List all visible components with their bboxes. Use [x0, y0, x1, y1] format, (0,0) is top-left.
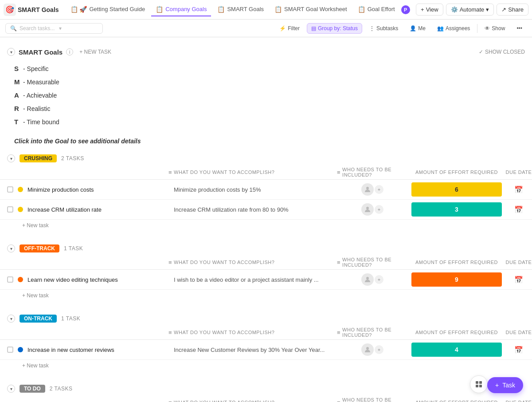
date-cell-2-0: 📅: [505, 346, 532, 354]
table-header-todo: ≡ WHAT DO YOU WANT TO ACCOMPLISH? ≡ WHO …: [0, 395, 532, 402]
avatar-group-2-0: +: [361, 343, 383, 356]
tab-label-company-goals: Company Goals: [165, 6, 207, 12]
tab-goal-effort[interactable]: 📋 Goal Effort: [353, 3, 399, 16]
group-header-todo: ▾ TO DO 2 TASKS: [0, 382, 532, 395]
group-collapse-on-track[interactable]: ▾: [7, 315, 15, 323]
subtasks-label: Subtasks: [376, 25, 398, 32]
calendar-icon-1-0[interactable]: 📅: [514, 276, 523, 284]
show-icon: 👁: [485, 25, 490, 32]
smart-letter-a: A: [14, 89, 21, 102]
toolbar: 🔍 Search tasks... ▾ ⚡ Filter ▤ Group by:…: [0, 20, 532, 37]
tab-smart-worksheet[interactable]: 📋 SMART Goal Worksheet: [270, 3, 352, 16]
task-cell-2-0: Increase in new customer reviews: [0, 343, 168, 357]
new-task-row-off-track[interactable]: + New task: [0, 290, 532, 301]
tab-icon-company-goals: 📋: [156, 6, 163, 13]
col-header-accomplish: ≡ WHAT DO YOU WANT TO ACCOMPLISH?: [168, 329, 337, 336]
group-todo: ▾ TO DO 2 TASKS ≡ WHAT DO YOU WANT TO AC…: [0, 382, 532, 402]
click-hint: Click into the Goal to see additional de…: [0, 136, 532, 152]
subtasks-button[interactable]: ⋮ Subtasks: [365, 23, 403, 34]
assignees-button[interactable]: 👥 Assignees: [433, 23, 474, 34]
section-info-icon[interactable]: i: [66, 48, 73, 55]
included-col-icon: ≡: [337, 399, 340, 402]
task-count-crushing: 2 TASKS: [61, 155, 84, 162]
tab-smart-goals[interactable]: 📋 SMART Goals: [213, 3, 268, 16]
included-col-icon: ≡: [337, 329, 340, 336]
tab-getting-started[interactable]: 📋 🚀 Getting Started Guide: [66, 3, 150, 16]
avatar-group-0-1: +: [361, 203, 383, 216]
add-assignee-0-0[interactable]: +: [375, 185, 383, 194]
search-dropdown-icon[interactable]: ▾: [59, 25, 62, 32]
search-box[interactable]: 🔍 Search tasks... ▾: [5, 23, 103, 34]
calendar-icon-0-0[interactable]: 📅: [514, 185, 523, 194]
smart-meaning-m: - Measurable: [23, 76, 59, 88]
col-header-included: ≡ WHO NEEDS TO BE INCLUDED?: [337, 167, 408, 177]
group-by-button[interactable]: ▤ Group by: Status: [307, 23, 362, 34]
filter-label: Filter: [288, 25, 300, 32]
section-collapse-button[interactable]: ▾: [7, 48, 15, 56]
automate-label: Automate: [460, 6, 485, 13]
filter-button[interactable]: ⚡ Filter: [275, 23, 304, 34]
smart-acronym-list: S - Specific M - Measurable A - Achievab…: [0, 59, 532, 136]
add-assignee-0-1[interactable]: +: [375, 205, 383, 214]
task-checkbox-0-1[interactable]: [7, 206, 13, 213]
smart-letter-m: M: [14, 75, 21, 89]
task-dot-0-1: [18, 207, 23, 212]
effort-bar-0-1: 3: [411, 202, 502, 217]
col-header-date: DUE DATE: [505, 169, 532, 175]
avatar-2-0: [361, 343, 374, 356]
task-cell-0-1: Increase CRM utilization rate: [0, 203, 168, 217]
table-row[interactable]: Learn new video editing techniques I wis…: [0, 270, 532, 290]
tab-label-goal-effort: Goal Effort: [368, 6, 395, 12]
group-header-crushing: ▾ CRUSHING 2 TASKS: [0, 152, 532, 165]
svg-rect-8: [476, 385, 478, 387]
svg-point-2: [366, 277, 369, 280]
col-header-accomplish: ≡ WHAT DO YOU WANT TO ACCOMPLISH?: [168, 169, 337, 176]
col-header-effort: AMOUNT OF EFFORT REQUIRED: [408, 260, 505, 265]
col-header-included: ≡ WHO NEEDS TO BE INCLUDED?: [337, 327, 408, 338]
calendar-icon-0-1[interactable]: 📅: [514, 205, 523, 214]
me-button[interactable]: 👤 Me: [405, 23, 430, 34]
effort-bar-1-0: 9: [411, 272, 502, 287]
section-new-task-button[interactable]: + NEW TASK: [77, 48, 114, 56]
smart-meaning-s: - Specific: [23, 63, 49, 75]
automate-button[interactable]: ⚙️ Automate ▾: [446, 4, 494, 16]
table-row[interactable]: Increase in new customer reviews Increas…: [0, 340, 532, 360]
svg-rect-7: [479, 381, 482, 384]
avatar-0-1: [361, 203, 374, 216]
included-cell-0-1: +: [337, 200, 408, 219]
toolbar-right: ⚡ Filter ▤ Group by: Status ⋮ Subtasks 👤…: [275, 23, 527, 34]
task-cell-1-0: Learn new video editing techniques: [0, 273, 168, 287]
group-collapse-crushing[interactable]: ▾: [7, 154, 15, 162]
col-header-included: ≡ WHO NEEDS TO BE INCLUDED?: [337, 257, 408, 268]
task-checkbox-0-0[interactable]: [7, 186, 13, 193]
more-options-button[interactable]: •••: [512, 23, 527, 34]
tab-company-goals[interactable]: 📋 Company Goals: [151, 3, 211, 16]
subtasks-icon: ⋮: [369, 25, 375, 32]
tab-icon-getting-started: 📋 🚀: [70, 6, 87, 13]
group-header-off-track: ▾ OFF-TRACK 1 TASK: [0, 242, 532, 255]
table-row[interactable]: Increase CRM utilization rate Increase C…: [0, 200, 532, 220]
task-checkbox-1-0[interactable]: [7, 276, 13, 283]
table-row[interactable]: Minimize production costs Minimize produ…: [0, 180, 532, 200]
add-task-fab[interactable]: + Task: [487, 377, 523, 393]
view-button[interactable]: + View: [416, 4, 443, 16]
group-collapse-todo[interactable]: ▾: [7, 385, 15, 393]
svg-point-0: [366, 187, 369, 189]
calendar-icon-2-0[interactable]: 📅: [514, 346, 523, 354]
extra-tabs-indicator[interactable]: P: [401, 5, 410, 14]
new-task-row-on-track[interactable]: + New task: [0, 360, 532, 371]
add-assignee-2-0[interactable]: +: [375, 345, 383, 354]
share-button[interactable]: ↗ Share: [497, 4, 528, 16]
col-header-effort: AMOUNT OF EFFORT REQUIRED: [408, 400, 505, 402]
grid-view-button[interactable]: [470, 375, 488, 393]
accomplish-cell-0-1: Increase CRM utilization rate from 80 to…: [168, 203, 337, 217]
col-header-accomplish: ≡ WHAT DO YOU WANT TO ACCOMPLISH?: [168, 399, 337, 402]
show-closed-button[interactable]: ✓ SHOW CLOSED: [479, 49, 525, 55]
task-checkbox-2-0[interactable]: [7, 347, 13, 353]
add-assignee-1-0[interactable]: +: [375, 275, 383, 284]
group-collapse-off-track[interactable]: ▾: [7, 244, 15, 252]
col-header-date: DUE DATE: [505, 400, 532, 402]
show-button[interactable]: 👁 Show: [480, 23, 509, 34]
new-task-row-crushing[interactable]: + New task: [0, 220, 532, 231]
accomplish-col-icon: ≡: [168, 259, 172, 266]
